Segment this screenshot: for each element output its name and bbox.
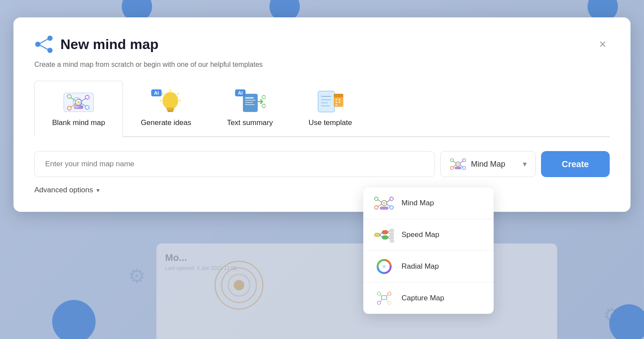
svg-line-101	[387, 295, 388, 296]
tab-generate-label: Generate ideas	[141, 118, 191, 127]
svg-line-81	[380, 235, 382, 237]
chevron-down-icon: ▾	[523, 159, 527, 169]
svg-line-7	[40, 39, 48, 43]
svg-point-4	[35, 42, 40, 47]
svg-line-80	[380, 232, 382, 235]
dropdown-item-speed-map[interactable]: Speed Map	[363, 219, 494, 251]
svg-rect-91	[390, 240, 394, 242]
map-type-label: Mind Map	[471, 160, 518, 169]
mind-map-option-icon	[374, 195, 395, 211]
modal-dialog: New mind map × Create a mind map from sc…	[13, 17, 631, 212]
svg-point-94	[382, 265, 386, 268]
svg-point-62	[450, 167, 453, 170]
dropdown-speed-map-label: Speed Map	[402, 230, 439, 239]
svg-rect-29	[167, 110, 173, 112]
svg-line-31	[177, 93, 179, 95]
svg-line-63	[460, 161, 463, 163]
svg-point-96	[377, 292, 381, 296]
tab-text-summary[interactable]: AI Text summary	[209, 81, 291, 136]
svg-rect-90	[390, 236, 394, 239]
svg-line-8	[40, 45, 48, 49]
svg-rect-53	[339, 99, 340, 100]
dropdown-mind-map-label: Mind Map	[402, 199, 434, 207]
svg-line-87	[388, 237, 390, 239]
svg-text:AI: AI	[238, 90, 243, 95]
svg-rect-78	[380, 207, 388, 210]
modal-header: New mind map ×	[34, 35, 610, 54]
svg-rect-45	[318, 91, 335, 112]
svg-rect-51	[334, 94, 343, 97]
svg-text:AI: AI	[154, 90, 159, 95]
close-button[interactable]: ×	[596, 36, 610, 52]
svg-rect-22	[74, 105, 83, 109]
text-summary-icon: AI	[234, 88, 266, 114]
tab-template-label: Use template	[309, 118, 352, 127]
tab-row: Blank mind map AI	[34, 81, 610, 137]
radial-map-option-icon	[374, 259, 395, 274]
tab-blank-mind-map[interactable]: Blank mind map	[34, 81, 123, 137]
svg-line-76	[387, 204, 390, 207]
advanced-options-toggle[interactable]: Advanced options ▾	[34, 186, 610, 194]
tab-generate-ideas[interactable]: AI Generate ideas	[123, 81, 209, 136]
advanced-options-label: Advanced options	[34, 186, 93, 194]
generate-ideas-icon: AI	[150, 88, 182, 114]
svg-point-97	[388, 292, 391, 296]
input-row: Mind Map ▾ Create	[34, 151, 610, 177]
dropdown-item-radial-map[interactable]: Radial Map	[363, 251, 494, 283]
svg-line-59	[453, 161, 456, 163]
svg-line-86	[388, 236, 390, 237]
svg-rect-88	[390, 229, 394, 232]
svg-rect-95	[382, 296, 387, 300]
use-template-icon	[315, 88, 346, 114]
advanced-options-chevron-icon: ▾	[96, 187, 100, 194]
svg-point-77	[390, 206, 393, 209]
svg-rect-89	[390, 233, 394, 235]
dropdown-capture-map-label: Capture Map	[402, 294, 444, 303]
svg-line-102	[381, 300, 382, 302]
speed-map-option-icon	[374, 227, 395, 243]
svg-point-6	[47, 48, 53, 53]
svg-rect-38	[245, 97, 254, 99]
tab-use-template[interactable]: Use template	[291, 81, 370, 136]
svg-point-44	[262, 104, 266, 108]
svg-point-27	[163, 92, 178, 109]
create-button[interactable]: Create	[541, 151, 610, 177]
svg-line-72	[378, 204, 382, 207]
svg-point-99	[388, 301, 391, 305]
svg-rect-39	[245, 100, 256, 101]
dropdown-item-capture-map[interactable]: Capture Map	[363, 283, 494, 314]
blank-mind-map-icon	[63, 88, 94, 114]
svg-line-74	[387, 200, 390, 202]
svg-rect-23	[75, 106, 80, 107]
svg-rect-52	[335, 99, 337, 100]
svg-point-75	[390, 197, 393, 201]
svg-rect-55	[339, 102, 340, 103]
svg-line-70	[378, 200, 382, 202]
svg-rect-28	[166, 108, 174, 110]
svg-point-64	[462, 159, 465, 162]
svg-point-43	[262, 95, 266, 99]
svg-line-103	[387, 300, 388, 302]
dropdown-item-mind-map[interactable]: Mind Map	[363, 188, 494, 219]
svg-point-69	[383, 202, 385, 204]
capture-map-option-icon	[374, 290, 395, 306]
mind-map-name-input[interactable]	[34, 151, 435, 177]
svg-rect-79	[375, 233, 380, 237]
svg-point-60	[450, 159, 453, 162]
svg-point-73	[375, 206, 378, 209]
svg-point-98	[377, 301, 381, 305]
svg-line-33	[162, 93, 163, 95]
svg-rect-67	[455, 167, 461, 169]
svg-line-85	[388, 232, 390, 234]
svg-point-66	[462, 167, 465, 170]
svg-line-100	[381, 295, 382, 296]
svg-rect-82	[382, 230, 388, 234]
svg-rect-83	[382, 236, 388, 239]
tab-text-label: Text summary	[227, 118, 273, 127]
modal-subtitle: Create a mind map from scratch or begin …	[34, 61, 610, 69]
svg-rect-54	[335, 102, 337, 103]
modal-title: New mind map	[60, 36, 159, 53]
map-type-selector[interactable]: Mind Map ▾	[440, 151, 536, 177]
svg-point-11	[77, 101, 80, 103]
svg-rect-40	[245, 102, 253, 103]
